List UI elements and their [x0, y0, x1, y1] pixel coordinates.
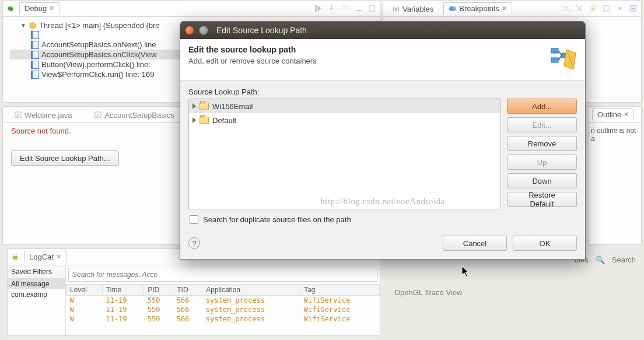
log-column-header[interactable]: Level: [66, 285, 103, 296]
item-label: Default: [212, 116, 236, 125]
skip-icon[interactable]: [602, 4, 611, 13]
tab-logcat[interactable]: LogCat ✕: [24, 251, 66, 263]
log-cell: WifiService: [300, 305, 380, 314]
log-cell: 11-19: [102, 305, 144, 314]
expand-icon[interactable]: [192, 103, 196, 109]
lookup-item-wi156email[interactable]: Wi156Email: [189, 99, 501, 113]
stack-frame-label: Button(View).performClick() line:: [41, 60, 150, 69]
dialog-heading: Edit the source lookup path: [188, 45, 549, 54]
cancel-button[interactable]: Cancel: [443, 236, 507, 251]
remove-all-icon[interactable]: [575, 4, 584, 13]
menu-icon[interactable]: [615, 4, 624, 13]
tab-welcome[interactable]: J Welcome.java: [9, 109, 77, 121]
log-column-header[interactable]: Application: [202, 285, 300, 296]
log-cell: 550: [144, 314, 173, 324]
tab-label: Variables: [402, 5, 433, 13]
close-icon[interactable]: ✕: [49, 5, 54, 12]
window-minimize-icon[interactable]: [199, 26, 208, 35]
button-label: Edit Source Lookup Path...: [20, 154, 110, 163]
svg-text:J: J: [96, 113, 99, 118]
tab-account-basics[interactable]: J AccountSetupBasics: [89, 109, 179, 121]
stack-frame-icon: [31, 51, 39, 59]
log-cell: system_process: [202, 305, 300, 314]
ok-button[interactable]: OK: [513, 236, 577, 251]
filter-all-messages[interactable]: All message: [8, 279, 65, 289]
lookup-item-default[interactable]: Default: [189, 113, 501, 127]
tab-label: Outline: [597, 110, 621, 119]
expand-icon[interactable]: [192, 117, 196, 123]
outline-view: Outline ✕ n outline is not a: [588, 106, 642, 245]
tab-label: Breakpoints: [459, 4, 499, 13]
log-cell: 11-19: [102, 296, 144, 306]
log-row[interactable]: W11-19550566system_processWifiService: [66, 305, 380, 314]
log-cell: W: [66, 296, 103, 306]
log-column-header[interactable]: TID: [173, 285, 202, 296]
help-icon[interactable]: ?: [188, 237, 200, 249]
svg-rect-13: [604, 6, 609, 11]
folder-icon: [200, 103, 209, 110]
step-into-icon[interactable]: [327, 4, 336, 13]
log-search-input[interactable]: [68, 268, 377, 282]
outline-msg: n outline is not a: [589, 123, 641, 146]
filter-com-example[interactable]: com.examp: [8, 289, 65, 300]
java-icon: J: [14, 111, 22, 119]
search-label[interactable]: Search: [612, 255, 636, 264]
saved-filters-header: Saved Filters: [8, 265, 65, 279]
log-row[interactable]: W11-19550566system_processWifiService: [66, 314, 380, 324]
log-cell: W: [66, 305, 103, 314]
android-icon: [11, 253, 19, 261]
minimize-icon[interactable]: [354, 4, 363, 13]
window-close-icon[interactable]: [185, 26, 194, 35]
maximize-icon[interactable]: [368, 4, 376, 13]
folder-icon: [200, 117, 209, 124]
tab-label: Debug: [24, 4, 47, 13]
button-label: Down: [532, 177, 551, 185]
log-table[interactable]: LevelTimePIDTIDApplicationTag W11-195505…: [66, 284, 380, 335]
tab-variables[interactable]: (x) Variables: [387, 3, 439, 15]
opengl-trace-label[interactable]: OpenGL Trace View: [394, 288, 462, 297]
add-button[interactable]: Add...: [507, 99, 577, 114]
log-cell: W: [66, 314, 103, 324]
log-cell: 550: [144, 296, 173, 306]
step-over-icon[interactable]: [341, 4, 349, 13]
tab-breakpoints[interactable]: Breakpoints ✕: [443, 2, 512, 15]
down-button[interactable]: Down: [507, 173, 577, 188]
resume-icon[interactable]: [314, 4, 323, 13]
saved-filters-panel: Saved Filters All message com.examp: [8, 265, 66, 335]
add-icon[interactable]: [629, 4, 638, 13]
edit-source-lookup-button[interactable]: Edit Source Lookup Path...: [11, 150, 119, 166]
log-column-header[interactable]: Tag: [300, 285, 380, 296]
edit-button[interactable]: Edit...: [507, 117, 577, 132]
log-cell: 566: [173, 305, 202, 314]
breakpoint-icon: [449, 5, 457, 13]
source-lookup-tree[interactable]: Wi156Email Default: [188, 99, 501, 209]
duplicate-checkbox[interactable]: [190, 215, 198, 224]
goto-icon[interactable]: [589, 4, 597, 13]
log-column-header[interactable]: Time: [102, 285, 144, 296]
close-icon[interactable]: ✕: [502, 5, 507, 12]
svg-text:J: J: [16, 113, 19, 118]
close-icon[interactable]: ✕: [56, 253, 61, 261]
button-label: Up: [537, 158, 547, 167]
up-button[interactable]: Up: [507, 155, 577, 170]
remove-button[interactable]: Remove: [507, 136, 577, 151]
svg-rect-23: [551, 48, 558, 53]
remove-icon[interactable]: [562, 4, 570, 13]
thread-label: Thread [<1> main] (Suspended (bre: [39, 21, 160, 30]
stack-frame-icon: [31, 71, 39, 79]
log-column-header[interactable]: PID: [144, 285, 173, 296]
stack-frame-icon: [31, 61, 39, 69]
source-lookup-icon: [549, 45, 577, 73]
button-label: Cancel: [463, 239, 487, 248]
restore-default-button[interactable]: Restore Default: [507, 192, 577, 207]
tab-outline[interactable]: Outline ✕: [592, 108, 634, 121]
duplicate-label: Search for duplicate source files on the…: [203, 215, 351, 224]
log-row[interactable]: W11-19550566system_processWifiService: [66, 296, 380, 306]
svg-marker-28: [564, 50, 576, 69]
tab-debug[interactable]: Debug ✕: [19, 2, 60, 15]
close-icon[interactable]: ✕: [624, 111, 629, 118]
log-cell: 566: [173, 314, 202, 324]
stack-frame-icon: [31, 31, 39, 39]
log-cell: WifiService: [300, 314, 380, 324]
dialog-titlebar[interactable]: Edit Source Lookup Path: [180, 22, 585, 39]
